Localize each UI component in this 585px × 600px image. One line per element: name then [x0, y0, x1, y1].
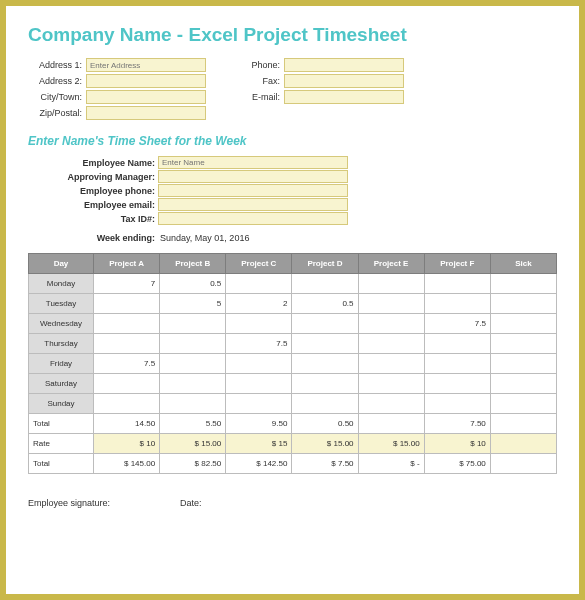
hours-cell[interactable]: [160, 354, 226, 374]
hours-cell[interactable]: [490, 274, 556, 294]
hours-cell[interactable]: [292, 274, 358, 294]
hours-cell[interactable]: 7.5: [226, 334, 292, 354]
hours-cell[interactable]: [358, 374, 424, 394]
hours-cell[interactable]: [160, 394, 226, 414]
summary-cell: [490, 434, 556, 454]
hours-cell[interactable]: [358, 334, 424, 354]
row-label: Total: [29, 414, 94, 434]
hours-cell[interactable]: [93, 374, 159, 394]
hours-cell[interactable]: [226, 354, 292, 374]
hours-cell[interactable]: [226, 394, 292, 414]
hours-cell[interactable]: 5: [160, 294, 226, 314]
hours-cell[interactable]: [292, 354, 358, 374]
hours-cell[interactable]: [160, 374, 226, 394]
summary-cell: $ 82.50: [160, 454, 226, 474]
summary-cell: 7.50: [424, 414, 490, 434]
summary-cell: [490, 414, 556, 434]
emp-manager-label: Approving Manager:: [28, 172, 158, 182]
hours-cell[interactable]: [490, 314, 556, 334]
summary-cell: 5.50: [160, 414, 226, 434]
hours-cell[interactable]: 0.5: [160, 274, 226, 294]
hours-cell[interactable]: [424, 274, 490, 294]
hours-cell[interactable]: [226, 374, 292, 394]
email-label: E-mail:: [246, 92, 284, 102]
addr1-input[interactable]: [86, 58, 206, 72]
summary-cell: 0.50: [292, 414, 358, 434]
fax-input[interactable]: [284, 74, 404, 88]
emp-name-input[interactable]: [158, 156, 348, 169]
emp-manager-input[interactable]: [158, 170, 348, 183]
summary-cell: $ 15.00: [292, 434, 358, 454]
hours-cell[interactable]: [292, 394, 358, 414]
week-ending-label: Week ending:: [28, 233, 158, 243]
emp-taxid-input[interactable]: [158, 212, 348, 225]
timesheet-table: DayProject AProject BProject CProject DP…: [28, 253, 557, 474]
summary-cell: $ 15: [226, 434, 292, 454]
hours-cell[interactable]: [424, 394, 490, 414]
fax-label: Fax:: [246, 76, 284, 86]
row-label: Rate: [29, 434, 94, 454]
hours-cell[interactable]: 7.5: [93, 354, 159, 374]
hours-cell[interactable]: [424, 354, 490, 374]
hours-cell[interactable]: [424, 294, 490, 314]
employee-section: Employee Name: Approving Manager: Employ…: [28, 156, 557, 225]
summary-cell: [490, 454, 556, 474]
day-cell: Saturday: [29, 374, 94, 394]
summary-cell: $ 10: [424, 434, 490, 454]
hours-cell[interactable]: [292, 374, 358, 394]
addr2-input[interactable]: [86, 74, 206, 88]
hours-cell[interactable]: [490, 294, 556, 314]
hours-cell[interactable]: 7: [93, 274, 159, 294]
hours-cell[interactable]: [490, 334, 556, 354]
hours-cell[interactable]: [226, 314, 292, 334]
summary-cell: $ 145.00: [93, 454, 159, 474]
hours-cell[interactable]: [424, 334, 490, 354]
city-input[interactable]: [86, 90, 206, 104]
hours-cell[interactable]: [93, 314, 159, 334]
hours-cell[interactable]: [490, 394, 556, 414]
summary-cell: $ 15.00: [160, 434, 226, 454]
zip-label: Zip/Postal:: [28, 108, 86, 118]
summary-cell: $ 15.00: [358, 434, 424, 454]
hours-cell[interactable]: [358, 394, 424, 414]
summary-cell: $ -: [358, 454, 424, 474]
week-ending-value: Sunday, May 01, 2016: [158, 233, 249, 243]
hours-cell[interactable]: [490, 354, 556, 374]
col-header: Project F: [424, 254, 490, 274]
hours-cell[interactable]: [358, 274, 424, 294]
day-cell: Thursday: [29, 334, 94, 354]
hours-cell[interactable]: [358, 354, 424, 374]
addr2-label: Address 2:: [28, 76, 86, 86]
hours-cell[interactable]: [93, 394, 159, 414]
row-label: Total: [29, 454, 94, 474]
day-cell: Wednesday: [29, 314, 94, 334]
hours-cell[interactable]: [292, 334, 358, 354]
date-label: Date:: [180, 498, 202, 508]
hours-cell[interactable]: [93, 294, 159, 314]
phone-input[interactable]: [284, 58, 404, 72]
hours-cell[interactable]: [358, 314, 424, 334]
emp-phone-label: Employee phone:: [28, 186, 158, 196]
hours-cell[interactable]: [226, 274, 292, 294]
hours-cell[interactable]: [160, 334, 226, 354]
hours-cell[interactable]: [160, 314, 226, 334]
summary-cell: $ 10: [93, 434, 159, 454]
hours-cell[interactable]: 7.5: [424, 314, 490, 334]
hours-cell[interactable]: [490, 374, 556, 394]
phone-label: Phone:: [246, 60, 284, 70]
hours-cell[interactable]: [292, 314, 358, 334]
page-title: Company Name - Excel Project Timesheet: [28, 24, 557, 46]
hours-cell[interactable]: [424, 374, 490, 394]
hours-cell[interactable]: 0.5: [292, 294, 358, 314]
hours-cell[interactable]: [93, 334, 159, 354]
emp-email-input[interactable]: [158, 198, 348, 211]
summary-cell: 14.50: [93, 414, 159, 434]
zip-input[interactable]: [86, 106, 206, 120]
subtitle: Enter Name's Time Sheet for the Week: [28, 134, 557, 148]
hours-cell[interactable]: 2: [226, 294, 292, 314]
col-header: Project E: [358, 254, 424, 274]
emp-phone-input[interactable]: [158, 184, 348, 197]
col-header: Day: [29, 254, 94, 274]
email-input[interactable]: [284, 90, 404, 104]
hours-cell[interactable]: [358, 294, 424, 314]
